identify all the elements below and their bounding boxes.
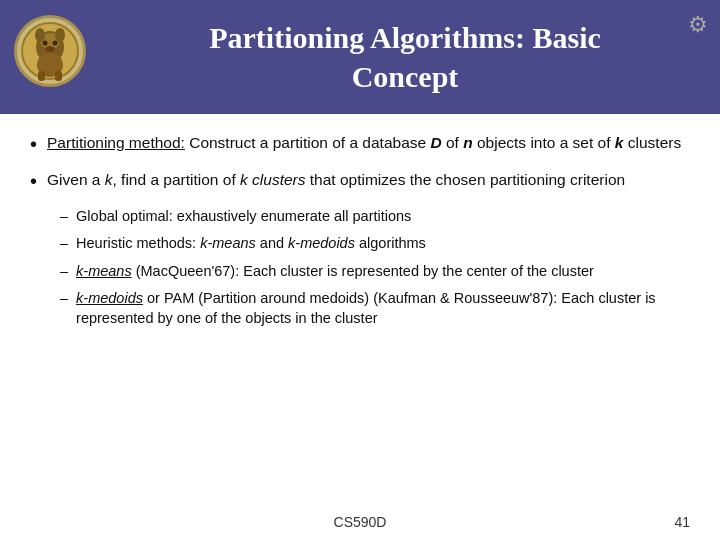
svg-point-5 [43,40,48,45]
sub2-prefix: Heuristic methods: [76,235,200,251]
svg-point-4 [55,28,65,42]
title-line1: Partitioning Algorithms: Basic [209,21,601,54]
logo [10,8,90,93]
sub-text-3: k-means (MacQueen'67): Each cluster is r… [76,261,690,281]
gear-icon: ⚙ [688,12,708,38]
sub-item-2: – Heuristic methods: k-means and k-medoi… [60,233,690,253]
bullet-item-2: • Given a k, find a partition of k clust… [30,169,690,196]
sub3-suffix: (MacQueen'67): Each cluster is represent… [132,263,594,279]
svg-rect-9 [38,71,45,81]
bullet1-of: of [442,134,464,151]
bullet1-text: Construct a partition of a database [185,134,431,151]
bullet-dot-2: • [30,167,37,196]
bullet1-clusters: clusters [623,134,681,151]
bullet1-D: D [430,134,441,151]
svg-point-7 [45,46,55,52]
bullet2-k2: k clusters [240,171,305,188]
sub-dash-4: – [60,288,68,308]
slide: Partitioning Algorithms: Basic Concept ⚙… [0,0,720,540]
sub-item-3: – k-means (MacQueen'67): Each cluster is… [60,261,690,281]
bullet-text-1: Partitioning method: Construct a partiti… [47,132,690,154]
bullet2-text1: Given a [47,171,105,188]
footer-page-number: 41 [674,514,690,530]
sub-text-2: Heuristic methods: k-means and k-medoids… [76,233,690,253]
bullet-item-1: • Partitioning method: Construct a parti… [30,132,690,159]
sub3-prefix: k-means [76,263,132,279]
partitioning-method-label: Partitioning method: [47,134,185,151]
sub2-suffix: algorithms [355,235,426,251]
sub-dash-2: – [60,233,68,253]
header-title: Partitioning Algorithms: Basic Concept [209,18,601,96]
footer-label: CS590D [30,514,690,530]
bullet2-text2: , find a partition of [113,171,241,188]
sub2-mid: and [256,235,288,251]
logo-circle [14,15,86,87]
svg-point-6 [53,40,58,45]
bullet2-k1: k [105,171,113,188]
logo-svg [20,21,80,81]
sub2-kmeans: k-means [200,235,256,251]
sub-dash-3: – [60,261,68,281]
slide-footer: CS590D 41 [0,514,720,530]
slide-content: • Partitioning method: Construct a parti… [0,114,720,345]
sub2-kmedoids: k-medoids [288,235,355,251]
sub-bullets: – Global optimal: exhaustively enumerate… [60,206,690,328]
sub-dash-1: – [60,206,68,226]
bullet-dot-1: • [30,130,37,159]
svg-point-3 [35,28,45,42]
sub-text-4: k-medoids or PAM (Partition around medoi… [76,288,690,329]
sub-item-4: – k-medoids or PAM (Partition around med… [60,288,690,329]
sub4-suffix: or PAM (Partition around medoids) (Kaufm… [76,290,656,326]
bullet2-text3: that optimizes the chosen partitioning c… [306,171,626,188]
slide-header: Partitioning Algorithms: Basic Concept ⚙ [0,0,720,114]
sub-item-1: – Global optimal: exhaustively enumerate… [60,206,690,226]
bullet-text-2: Given a k, find a partition of k cluster… [47,169,690,191]
sub-text-1: Global optimal: exhaustively enumerate a… [76,206,690,226]
sub4-prefix: k-medoids [76,290,143,306]
title-line2: Concept [352,60,459,93]
svg-rect-10 [55,71,62,81]
bullet1-rest: objects into a set of [473,134,615,151]
bullet1-n: n [463,134,472,151]
